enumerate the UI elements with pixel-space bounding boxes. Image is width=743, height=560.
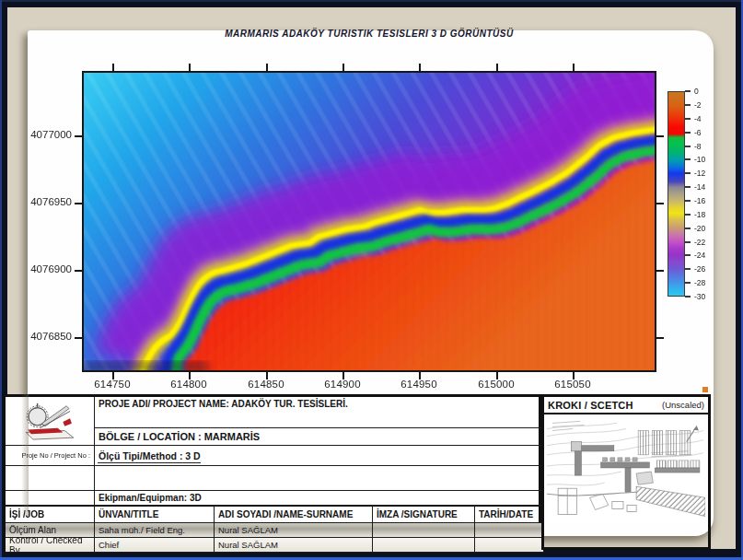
colorbar-label: -18	[694, 210, 722, 219]
colorbar-label: -24	[694, 251, 722, 260]
chart-title: MARMARIS ADAKÖY TURISTIK TESISLERI 3 D G…	[83, 29, 656, 39]
x-tick-label: 614800	[147, 379, 230, 390]
kroki-panel: KROKI / SCETCH (Unscaled)	[541, 394, 711, 550]
colorbar-label: -28	[694, 278, 722, 287]
empty-cell	[6, 491, 95, 506]
colorbar-label: -22	[694, 238, 722, 247]
heatmap-raster	[84, 73, 655, 370]
bathymetry-heatmap	[82, 71, 656, 372]
colorbar-label: -4	[694, 114, 722, 123]
x-tick-label: 615000	[455, 379, 538, 390]
row1-title: Saha müh./ Field Eng.	[95, 523, 215, 538]
depth-colorbar	[668, 91, 685, 297]
x-tick-label: 614950	[377, 379, 460, 390]
location: BÖLGE / LOCATİON : MARMARİS	[95, 428, 544, 446]
colorbar-label: 0	[694, 87, 722, 96]
row1-name: Nural SAĞLAM	[215, 523, 373, 538]
company-logo-cell	[6, 397, 95, 446]
colorbar-label: -12	[694, 169, 722, 178]
bottom-edge-dark-strip	[84, 363, 208, 370]
y-tick-label: 4076950	[6, 196, 72, 207]
site-plan-sketch	[547, 417, 705, 522]
kroki-unscaled-note: (Unscaled)	[662, 400, 704, 410]
colorbar-label: -10	[694, 155, 722, 164]
y-tick-label: 4076900	[6, 263, 72, 274]
empty-cell	[95, 466, 544, 491]
equipment: Ekipman/Equipman: 3D	[95, 491, 544, 506]
comment-marker	[702, 387, 708, 392]
colorbar-label: -16	[694, 196, 722, 205]
row1-signature	[373, 523, 475, 538]
x-tick-label: 614900	[301, 379, 384, 390]
col-header-signature: İMZA /SIGNATURE	[373, 506, 475, 523]
colorbar-label: -26	[694, 264, 722, 274]
row2-job: Kontrol / Checked By	[6, 538, 95, 553]
row2-title: Chief	[95, 538, 215, 553]
colorbar-label: -30	[694, 292, 722, 301]
x-tick-label: 614850	[225, 379, 308, 390]
y-tick-label: 4076850	[6, 331, 72, 342]
col-header-title: ÜNVAN/TITLE	[95, 506, 215, 523]
col-header-date: TARİH/DATE	[475, 506, 544, 523]
col-header-job: İŞİ /JOB	[6, 506, 95, 523]
company-logo	[22, 401, 77, 441]
colorbar-label: -2	[694, 100, 722, 110]
project-name: PROJE ADI/ PROJECT NAME: ADAKÖY TUR. TES…	[95, 397, 544, 428]
colorbar-label: -20	[694, 224, 722, 233]
x-tick-label: 615050	[531, 379, 614, 390]
x-tick-label: 614750	[71, 379, 154, 390]
colorbar-label: -14	[694, 182, 722, 192]
kroki-header: KROKI / SCETCH (Unscaled)	[544, 397, 708, 414]
title-block-table: PROJE ADI/ PROJECT NAME: ADAKÖY TUR. TES…	[3, 394, 541, 550]
method: Ölçü Tipi/Method : 3 D	[95, 446, 544, 466]
empty-cell	[6, 466, 95, 491]
colorbar-label: -8	[694, 142, 722, 151]
kroki-title: KROKI / SCETCH	[548, 400, 633, 411]
method-text: Ölçü Tipi/Method : 3 D	[99, 450, 201, 461]
row1-date	[475, 523, 544, 538]
colorbar-label: -6	[694, 128, 722, 137]
project-no-label: Proje No / Project No :	[6, 446, 95, 466]
col-header-name: ADI SOYADI /NAME-SURNAME	[215, 506, 373, 523]
row2-date	[475, 538, 544, 553]
row2-signature	[373, 538, 475, 553]
y-tick-label: 4077000	[6, 129, 72, 140]
survey-sheet: MARMARIS ADAKÖY TURISTIK TESISLERI 3 D G…	[0, 0, 743, 560]
method-underline	[98, 462, 201, 463]
row1-job: Ölçüm Alan	[6, 523, 95, 538]
row2-name: Nural SAĞLAM	[215, 538, 373, 553]
